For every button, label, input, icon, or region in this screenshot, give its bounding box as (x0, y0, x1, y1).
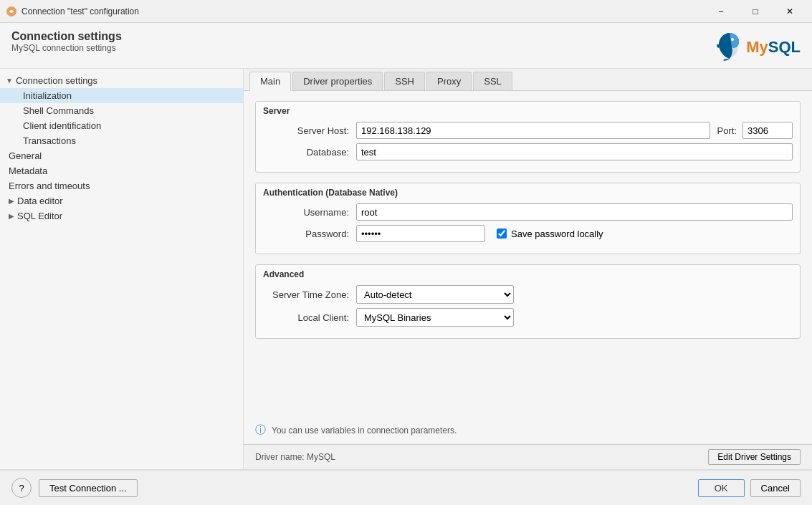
server-host-input[interactable] (356, 122, 710, 139)
sidebar-item-connection-settings[interactable]: ▼ Connection settings (0, 73, 243, 88)
tabs-bar: Main Driver properties SSH Proxy SSL (244, 69, 812, 91)
title-bar: Connection "test" configuration − □ ✕ (0, 0, 812, 23)
footer-left: ? Test Connection ... (11, 478, 138, 498)
tab-driver-properties[interactable]: Driver properties (292, 72, 383, 90)
header-left: Connection settings MySQL connection set… (11, 30, 122, 53)
sidebar-item-transactions[interactable]: Transactions (0, 133, 243, 148)
timezone-select[interactable]: Auto-detect UTC America/New_York Europe/… (356, 285, 514, 304)
password-row: Password: Save password locally (263, 225, 793, 242)
main-window: Connection settings MySQL connection set… (0, 23, 812, 505)
server-host-label: Server Host: (263, 125, 356, 136)
local-client-label: Local Client: (263, 312, 356, 323)
footer: ? Test Connection ... OK Cancel (0, 469, 812, 505)
sidebar-item-general[interactable]: General (0, 148, 243, 163)
local-client-select[interactable]: MySQL Binaries None (356, 308, 514, 327)
sidebar-item-label: Metadata (9, 165, 47, 176)
main-panel: Main Driver properties SSH Proxy SSL (244, 69, 812, 469)
mysql-logo-text: MySQL (746, 38, 801, 57)
cancel-button[interactable]: Cancel (750, 479, 801, 497)
svg-point-2 (731, 38, 734, 41)
sidebar-item-shell-commands[interactable]: Shell Commands (0, 103, 243, 118)
sidebar-item-metadata[interactable]: Metadata (0, 163, 243, 178)
database-row: Database: (263, 143, 793, 160)
expand-arrow-icon: ▼ (6, 77, 13, 85)
sidebar-item-sql-editor[interactable]: ▶ SQL Editor (0, 208, 243, 223)
content-area: ▼ Connection settings Initialization She… (0, 69, 812, 469)
port-label: Port: (717, 125, 737, 136)
page-title: Connection settings (11, 30, 122, 43)
expand-arrow-icon: ▶ (9, 197, 14, 205)
sidebar-item-label: Shell Commands (23, 105, 94, 116)
username-label: Username: (263, 207, 356, 218)
close-button[interactable]: ✕ (773, 0, 806, 23)
info-message: You can use variables in connection para… (272, 425, 457, 436)
expand-arrow-icon: ▶ (9, 212, 14, 220)
footer-right: OK Cancel (698, 479, 801, 497)
info-icon: ⓘ (255, 423, 266, 437)
local-client-row: Local Client: MySQL Binaries None (263, 308, 793, 327)
panel-bottom: Driver name: MySQL Edit Driver Settings (244, 444, 812, 469)
panel-content: Server Server Host: Port: Database: (244, 91, 812, 416)
username-input[interactable] (356, 203, 793, 221)
tab-ssh[interactable]: SSH (384, 72, 425, 90)
mysql-sql: SQL (768, 38, 801, 56)
sidebar-item-label: Transactions (23, 135, 76, 146)
sidebar-item-label: Connection settings (16, 75, 97, 86)
auth-section-title: Authentication (Database Native) (256, 183, 800, 201)
maximize-button[interactable]: □ (739, 0, 772, 23)
server-section-title: Server (256, 102, 800, 119)
save-password-row: Save password locally (497, 229, 603, 239)
sidebar-item-label: Data editor (17, 196, 63, 206)
server-host-group: Port: (356, 122, 793, 139)
mysql-logo: MySQL (716, 30, 801, 64)
ok-button[interactable]: OK (698, 479, 745, 497)
app-icon (6, 6, 17, 17)
sidebar-item-initialization[interactable]: Initialization (0, 88, 243, 103)
server-section-body: Server Host: Port: Database: (256, 119, 800, 172)
advanced-section-body: Server Time Zone: Auto-detect UTC Americ… (256, 282, 800, 338)
edit-driver-settings-button[interactable]: Edit Driver Settings (708, 449, 801, 465)
dolphin-icon (716, 30, 743, 64)
advanced-section: Advanced Server Time Zone: Auto-detect U… (255, 264, 801, 339)
port-input[interactable] (742, 122, 793, 139)
save-password-label: Save password locally (511, 229, 603, 239)
window-controls: − □ ✕ (704, 0, 806, 23)
tab-ssl[interactable]: SSL (473, 72, 512, 90)
minimize-button[interactable]: − (704, 0, 737, 23)
sidebar-item-data-editor[interactable]: ▶ Data editor (0, 193, 243, 208)
save-password-checkbox[interactable] (497, 229, 507, 239)
sidebar: ▼ Connection settings Initialization She… (0, 69, 244, 469)
page-subtitle: MySQL connection settings (11, 43, 122, 53)
sidebar-item-label: SQL Editor (17, 211, 62, 221)
sidebar-item-label: Errors and timeouts (9, 181, 90, 191)
server-host-row: Server Host: Port: (263, 122, 793, 139)
help-button[interactable]: ? (11, 478, 32, 498)
mysql-my: My (746, 38, 768, 56)
password-input[interactable] (356, 225, 485, 242)
tab-main[interactable]: Main (249, 72, 291, 91)
info-bar: ⓘ You can use variables in connection pa… (244, 416, 812, 444)
advanced-section-title: Advanced (256, 265, 800, 282)
header: Connection settings MySQL connection set… (0, 23, 812, 69)
auth-section: Authentication (Database Native) Usernam… (255, 183, 801, 254)
sidebar-item-label: General (9, 150, 42, 161)
sidebar-item-label: Client identification (23, 120, 101, 131)
database-label: Database: (263, 147, 356, 158)
password-label: Password: (263, 229, 356, 239)
sidebar-item-client-identification[interactable]: Client identification (0, 118, 243, 133)
driver-name: Driver name: MySQL (255, 452, 335, 462)
database-input[interactable] (356, 143, 793, 160)
timezone-label: Server Time Zone: (263, 289, 356, 300)
tab-proxy[interactable]: Proxy (426, 72, 472, 90)
timezone-row: Server Time Zone: Auto-detect UTC Americ… (263, 285, 793, 304)
server-section: Server Server Host: Port: Database: (255, 101, 801, 173)
username-row: Username: (263, 203, 793, 221)
window-title: Connection "test" configuration (22, 6, 704, 16)
test-connection-button[interactable]: Test Connection ... (39, 479, 138, 497)
sidebar-item-errors-timeouts[interactable]: Errors and timeouts (0, 178, 243, 193)
sidebar-item-label: Initialization (23, 90, 72, 101)
auth-section-body: Username: Password: Save password locall… (256, 201, 800, 254)
